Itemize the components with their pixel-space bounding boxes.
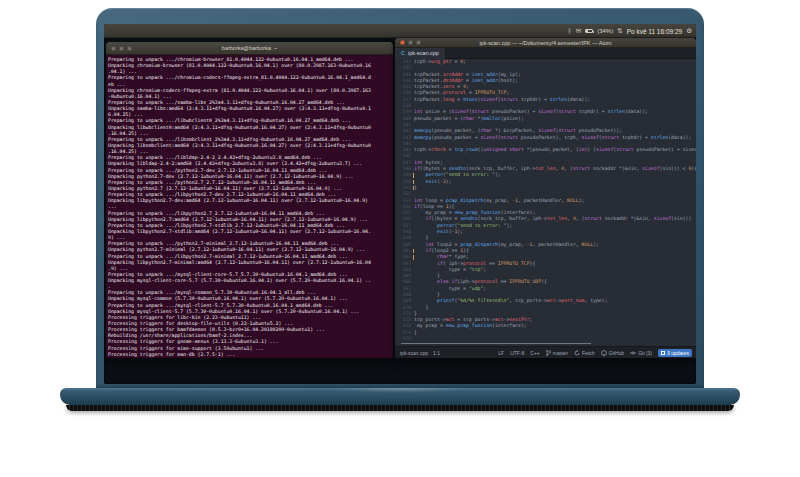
- atom-window-title: ipk-scan.cpp — ~/Dokumenty/4.semester/IP…: [395, 40, 696, 46]
- top-panel: ᛒ ✉ (34%) ⇅ Po kvě 11 16:09:29 ⚙: [104, 24, 696, 38]
- laptop-mockup: ᛒ ✉ (34%) ⇅ Po kvě 11 16:09:29 ⚙: [0, 0, 800, 477]
- git-commit-icon: [630, 350, 636, 356]
- status-encoding[interactable]: UTF-8: [510, 350, 524, 356]
- terminal-title: barborka@barborka: ~: [106, 45, 393, 51]
- code-editor[interactable]: 531tcph->urg_ptr = 0;532533tcpPacket.src…: [395, 59, 696, 345]
- status-git[interactable]: Git (3): [630, 350, 652, 356]
- laptop-lid-notch: [335, 388, 465, 393]
- code-text: [414, 336, 696, 342]
- terminal-line: Unpacking mysql-client-5.7 (5.7.30-0ubun…: [108, 309, 393, 315]
- status-branch[interactable]: master: [546, 350, 568, 356]
- terminal-line: Unpacking python2.7-minimal (2.7.12-1ubu…: [108, 247, 393, 253]
- code-line: 575: [395, 336, 696, 342]
- screen: ᛒ ✉ (34%) ⇅ Po kvě 11 16:09:29 ⚙: [104, 24, 696, 384]
- terminal-line: Processing triggers for man-db (2.7.5-1)…: [108, 352, 393, 358]
- terminal-line: Unpacking python2.7-dev (2.7.12-1ubuntu0…: [108, 174, 393, 180]
- tab-label: ipk-scan.cpp: [408, 51, 439, 57]
- status-cursor-position[interactable]: 1:1: [433, 350, 440, 356]
- laptop-lid: ᛒ ✉ (34%) ⇅ Po kvě 11 16:09:29 ⚙: [96, 8, 704, 388]
- github-icon: [601, 350, 607, 356]
- terminal-line: Unpacking mysql-client-core-5.7 (5.7.30-…: [108, 278, 393, 284]
- terminal-line: Unpacking chromium-browser (81.0.4044.12…: [108, 63, 393, 69]
- bluetooth-icon[interactable]: ᛒ: [568, 28, 572, 35]
- terminal-line: Unpacking libpython2.7-stdlib:amd64 (2.7…: [108, 229, 393, 235]
- status-filename[interactable]: ipk-scan.cpp: [400, 350, 428, 356]
- package-icon: [661, 351, 665, 355]
- terminal-output[interactable]: Preparing to unpack .../chromium-browser…: [106, 55, 393, 358]
- status-fetch[interactable]: Fetch: [574, 350, 595, 356]
- tab-ipk-scan[interactable]: C ipk-scan.cpp: [395, 48, 446, 59]
- tab-bar: C ipk-scan.cpp: [395, 48, 696, 59]
- atom-titlebar[interactable]: ipk-scan.cpp — ~/Dokumenty/4.semester/IP…: [395, 38, 696, 48]
- laptop-vent: [66, 405, 734, 411]
- panel-indicators[interactable]: ᛒ ✉ (34%) ⇅ Po kvě 11 16:09:29 ⚙: [568, 24, 692, 38]
- horizontal-scrollbar[interactable]: [401, 343, 591, 344]
- updates-badge[interactable]: 3 updates: [658, 349, 692, 357]
- terminal-line: Preparing to unpack .../libwbclient0_2%3…: [108, 118, 393, 124]
- atom-window: ipk-scan.cpp — ~/Dokumenty/4.semester/IP…: [395, 38, 696, 358]
- status-bar: ipk-scan.cpp 1:1 LF UTF-8 C++ master: [395, 346, 696, 358]
- session-gear-icon[interactable]: ⚙: [686, 28, 692, 35]
- terminal-line: Unpacking libldap-2.4-2:amd64 (2.4.42+df…: [108, 161, 393, 167]
- terminal-line: Preparing to unpack .../chromium-codecs-…: [108, 75, 393, 81]
- panel-clock[interactable]: Po kvě 11 16:09:29: [627, 28, 683, 35]
- terminal-line: Unpacking libpython2.7-dev:amd64 (2.7.12…: [108, 198, 393, 204]
- laptop-base: [60, 388, 740, 405]
- status-line-ending[interactable]: LF: [498, 350, 504, 356]
- mail-icon[interactable]: ✉: [576, 28, 581, 35]
- terminal-titlebar[interactable]: barborka@barborka: ~: [106, 42, 393, 55]
- line-number[interactable]: 575: [395, 336, 414, 342]
- terminal-line: Unpacking libsmbclient:amd64 (2:4.3.11+d…: [108, 143, 393, 149]
- sync-icon: [574, 350, 580, 356]
- terminal-line: Unpacking samba-libs:amd64 (2:4.3.11+dfs…: [108, 106, 393, 112]
- code-rows: 531tcph->urg_ptr = 0;532533tcpPacket.src…: [395, 59, 696, 342]
- git-branch-icon: [546, 350, 551, 356]
- status-grammar[interactable]: C++: [530, 350, 539, 356]
- status-github[interactable]: GitHub: [601, 350, 625, 356]
- terminal-line: Unpacking libpython2.7:amd64 (2.7.12-1ub…: [108, 217, 393, 223]
- battery-percent: (34%): [597, 28, 613, 34]
- cpp-file-icon: C: [401, 51, 405, 57]
- battery-fill: [586, 30, 588, 32]
- terminal-line: Unpacking libpython2.7-minimal:amd64 (2.…: [108, 260, 393, 266]
- battery-icon[interactable]: [585, 29, 593, 33]
- terminal-line: Unpacking chromium-codecs-ffmpeg-extra (…: [108, 88, 393, 94]
- terminal-line: Unpacking libwbclient0:amd64 (2:4.3.11+d…: [108, 125, 393, 131]
- terminal-window: barborka@barborka: ~ Preparing to unpack…: [106, 42, 393, 358]
- network-arrows-icon[interactable]: ⇅: [617, 28, 622, 35]
